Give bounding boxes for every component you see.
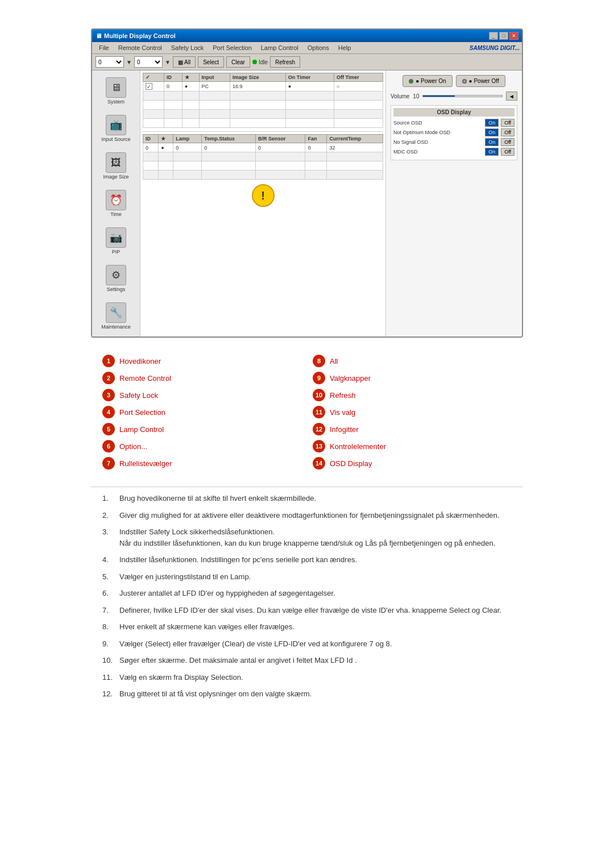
osd-row-mdc: MDC OSD On Off (393, 148, 515, 156)
app-window: 🖥 Multiple Display Control _ □ ✕ File Re… (91, 28, 523, 338)
desc-item-9: 9. Vælger (Select) eller fravælger (Clea… (102, 638, 512, 650)
table-row (143, 101, 383, 110)
refresh-button[interactable]: Refresh (270, 56, 300, 68)
volume-arrow[interactable]: ◄ (506, 92, 517, 101)
volume-slider[interactable] (422, 95, 503, 97)
sidebar-item-image-size[interactable]: 🖼 Image Size (94, 150, 138, 182)
menu-lamp-control[interactable]: Lamp Control (256, 43, 303, 52)
all-button[interactable]: ▦ All (173, 56, 196, 68)
sidebar: 🖥 System 📺 Input Source 🖼 Image Size ⏰ T… (92, 70, 140, 337)
desc-item-4: 4. Indstiller låsefunktionen. Indstillin… (102, 554, 512, 566)
main-content: 🖥 System 📺 Input Source 🖼 Image Size ⏰ T… (92, 70, 522, 337)
select-button[interactable]: Select (198, 56, 224, 68)
lamp-grid-section: ID ★ Lamp Temp.Status B/R Sensor Fan Cur… (143, 131, 383, 180)
maximize-button[interactable]: □ (499, 32, 508, 40)
cell-id: 0 (164, 82, 182, 92)
time-icon: ⏰ (106, 190, 126, 210)
table-row (143, 171, 383, 180)
col-header-imagesize: Image Size (230, 73, 286, 82)
desc-num-1: 1. (102, 493, 114, 504)
desc-text-1: Brug hovedikonerne til at skifte til hve… (119, 493, 512, 504)
notoptimum-osd-off-button[interactable]: Off (501, 128, 515, 136)
cell-imagesize: 16:9 (230, 82, 286, 92)
desc-text-12: Brug gitteret til at få vist oplysninger… (119, 688, 512, 700)
nosignal-osd-on-button[interactable]: On (485, 138, 499, 146)
table-row (143, 161, 383, 171)
power-on-button[interactable]: ● Power On (403, 75, 452, 87)
desc-num-2: 2. (102, 510, 114, 521)
sidebar-item-pip[interactable]: 📷 PIP (94, 225, 138, 257)
cell-check (143, 82, 164, 92)
badge-11: 11 (313, 406, 325, 418)
badge-14: 14 (313, 457, 325, 470)
title-bar: 🖥 Multiple Display Control _ □ ✕ (92, 30, 522, 42)
menu-remote-control[interactable]: Remote Control (114, 43, 167, 52)
badge-item-7: 7 Rullelistevælger (102, 457, 301, 470)
top-data-grid: ✓ ID ★ Input Image Size On Timer Off Tim… (143, 73, 383, 128)
col-header-input: Input (199, 73, 230, 82)
desc-num-9: 9. (102, 638, 114, 650)
badge-section-right: 8 All 9 Valgknapper 10 Refresh 11 Vis va… (313, 355, 512, 470)
source-osd-on-button[interactable]: On (485, 119, 499, 127)
osd-row-notoptimum: Not Optimum Mode OSD On Off (393, 128, 515, 136)
sidebar-item-maintenance[interactable]: 🔧 Maintenance (94, 300, 138, 332)
sidebar-item-settings[interactable]: ⚙ Settings (94, 263, 138, 294)
badge-label-9: Valgknapper (330, 374, 371, 383)
table-row[interactable]: 0 ● 0 0 0 0 32 (143, 143, 383, 152)
toolbar: 0 ▼ 0 ▼ ▦ All Select Clear Idle Refresh (92, 54, 522, 70)
id-select-1[interactable]: 0 (96, 56, 124, 68)
menu-port-selection[interactable]: Port Selection (208, 43, 256, 52)
table-row[interactable]: 0 ● PC 16:9 ● ○ (143, 82, 383, 92)
menu-options[interactable]: Options (303, 43, 334, 52)
sidebar-item-system[interactable]: 🖥 System (94, 75, 138, 107)
osd-label-source: Source OSD (393, 120, 483, 126)
osd-title: OSD Display (393, 108, 515, 117)
desc-item-8: 8. Hver enkelt af skærmene kan vælges el… (102, 621, 512, 633)
sidebar-item-input-source[interactable]: 📺 Input Source (94, 113, 138, 144)
sidebar-label-maintenance: Maintenance (101, 324, 131, 330)
clear-button[interactable]: Clear (226, 56, 250, 68)
lamp-cell-id: 0 (143, 143, 159, 152)
power-off-button[interactable]: ● Power Off (456, 75, 505, 87)
badge-item-14: 14 OSD Display (313, 457, 512, 470)
cell-offtimer: ○ (334, 82, 383, 92)
menu-help[interactable]: Help (334, 43, 356, 52)
minimize-button[interactable]: _ (489, 32, 498, 40)
badge-6: 6 (102, 440, 115, 452)
image-size-icon: 🖼 (106, 152, 126, 173)
volume-fill (423, 95, 454, 97)
col-header-id: ID (164, 73, 182, 82)
desc-text-9: Vælger (Select) eller fravælger (Clear) … (119, 638, 512, 650)
notoptimum-osd-on-button[interactable]: On (485, 128, 499, 136)
menu-file[interactable]: File (94, 43, 114, 52)
info-button[interactable]: ! (252, 184, 275, 207)
desc-num-10: 10. (102, 655, 114, 666)
power-on-radio (409, 79, 413, 84)
source-osd-off-button[interactable]: Off (501, 119, 515, 127)
mdc-osd-off-button[interactable]: Off (501, 148, 515, 156)
mdc-osd-on-button[interactable]: On (485, 148, 499, 156)
badge-item-4: 4 Port Selection (102, 406, 301, 418)
nosignal-osd-off-button[interactable]: Off (501, 138, 515, 146)
volume-value: 10 (413, 93, 419, 99)
badge-item-1: 1 Hovedikoner (102, 355, 301, 367)
desc-num-7: 7. (102, 605, 114, 616)
lamp-data-grid: ID ★ Lamp Temp.Status B/R Sensor Fan Cur… (143, 134, 383, 180)
osd-display-section: OSD Display Source OSD On Off Not Optimu… (391, 105, 517, 160)
desc-item-12: 12. Brug gitteret til at få vist oplysni… (102, 688, 512, 700)
close-button[interactable]: ✕ (509, 32, 518, 40)
sidebar-item-time[interactable]: ⏰ Time (94, 188, 138, 219)
content-split: ✓ ID ★ Input Image Size On Timer Off Tim… (140, 70, 522, 337)
badge-label-13: Kontrolelementer (330, 442, 386, 451)
lamp-cell-currenttemp: 32 (327, 143, 383, 152)
badge-label-7: Rullelistevælger (119, 459, 172, 468)
desc-item-5: 5. Vælger en justeringstilstand til en L… (102, 571, 512, 583)
desc-text-3: Indstiller Safety Lock sikkerhedslåsefun… (119, 526, 512, 549)
badge-container: 1 Hovedikoner 2 Remote Control 3 Safety … (91, 355, 523, 470)
menu-safety-lock[interactable]: Safety Lock (167, 43, 208, 52)
all-icon: ▦ (178, 59, 183, 65)
desc-text-7: Definerer, hvilke LFD ID'er der skal vis… (119, 605, 512, 616)
id-select-2[interactable]: 0 (134, 56, 163, 68)
status-indicator: Idle (252, 59, 268, 65)
badge-5: 5 (102, 423, 115, 435)
